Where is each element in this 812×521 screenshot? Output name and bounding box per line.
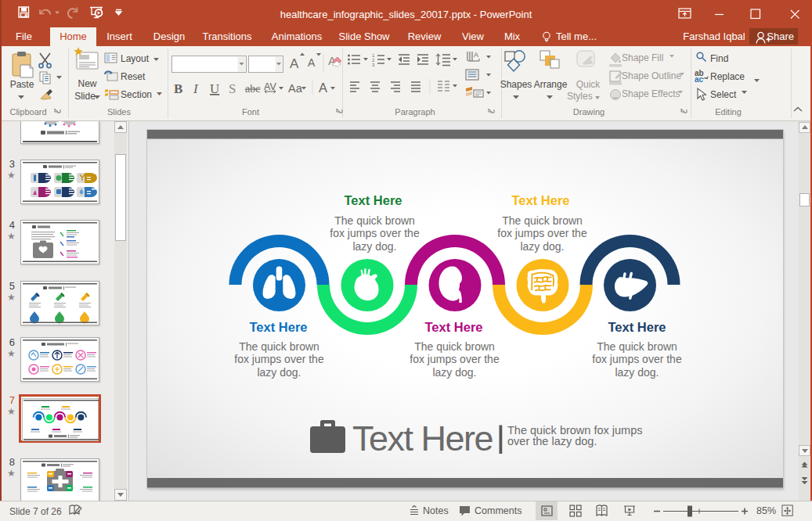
svg-text:I: I: [193, 81, 199, 96]
svg-text:B: B: [174, 81, 182, 96]
svg-text:S: S: [229, 81, 236, 96]
svg-text:3: 3: [372, 63, 375, 67]
svg-text:A: A: [290, 56, 299, 71]
svg-text:ac: ac: [695, 75, 704, 84]
svg-text:U: U: [210, 81, 219, 96]
svg-text:Aa: Aa: [288, 82, 303, 95]
svg-text:A: A: [308, 56, 316, 69]
svg-text:abc: abc: [245, 83, 260, 95]
svg-text:A: A: [319, 81, 327, 95]
svg-text:A: A: [474, 51, 478, 59]
